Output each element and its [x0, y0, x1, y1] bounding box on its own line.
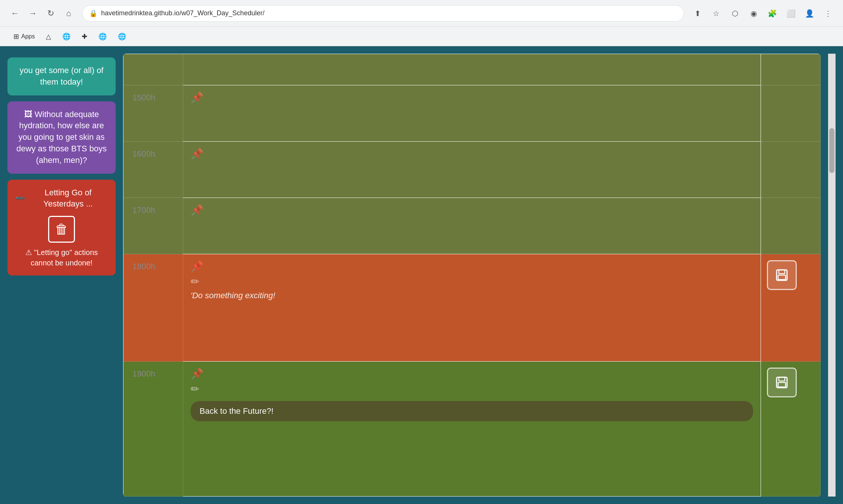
globe-bookmark-3[interactable]: 🌐 — [113, 30, 131, 43]
time-cell-1500: 1500h — [123, 85, 183, 141]
letting-go-card: ➖ Letting Go of Yesterdays ... 🗑 ⚠ "Lett… — [7, 180, 116, 276]
task-cell-1500[interactable]: 📌 — [183, 85, 761, 141]
extension-button-1[interactable]: ⬡ — [727, 6, 742, 21]
time-cell — [123, 54, 183, 85]
time-label-1700: 1700h — [132, 205, 155, 215]
time-label-1600: 1600h — [132, 149, 155, 158]
menu-button[interactable]: ⋮ — [821, 6, 836, 21]
address-bar[interactable]: 🔒 havetimedrinktea.github.io/w07_Work_Da… — [82, 5, 684, 22]
task-text-1800: 'Do something exciting! — [191, 291, 753, 300]
grid-icon: ⊞ — [13, 32, 19, 41]
task-cell-1700[interactable]: 📌 — [183, 198, 761, 254]
pin-icon-1700: 📌 — [191, 204, 753, 216]
letting-go-title-text: Letting Go of Yesterdays ... — [28, 187, 108, 210]
time-cell-1900: 1900h — [123, 362, 183, 497]
forward-button[interactable]: → — [25, 6, 40, 21]
tip-card: you get some (or all) of them today! — [7, 57, 116, 95]
action-cell-1800 — [761, 254, 821, 362]
warning-text: ⚠ "Letting go" actions cannot be undone! — [15, 247, 108, 268]
scheduler-table: 1500h 📌 1600h 📌 — [123, 54, 821, 497]
action-cell-1900 — [761, 362, 821, 497]
puzzle-button[interactable]: 🧩 — [765, 6, 780, 21]
edit-icon-1800[interactable]: ✏ — [191, 275, 753, 288]
scrollbar-track[interactable] — [828, 54, 836, 497]
globe-icon-2: 🌐 — [98, 32, 107, 41]
globe-bookmark-2[interactable]: 🌐 — [94, 30, 111, 43]
trash-icon-box[interactable]: 🗑 — [48, 216, 75, 243]
hydration-card: 🖼 Without adequate hydration, how else a… — [7, 101, 116, 174]
left-sidebar: you get some (or all) of them today! 🖼 W… — [7, 54, 116, 497]
pin-icon-1800: 📌 — [191, 260, 753, 273]
table-row: 1900h 📌 ✏ — [123, 362, 821, 497]
apps-bookmark[interactable]: ⊞ Apps — [9, 30, 39, 43]
table-row: 1600h 📌 — [123, 141, 821, 198]
time-cell-1600: 1600h — [123, 141, 183, 198]
globe-icon-1: 🌐 — [62, 32, 70, 41]
pin-icon-1500: 📌 — [191, 91, 753, 104]
pin-icon-1600: 📌 — [191, 148, 753, 160]
drive-icon: △ — [46, 32, 51, 41]
table-row — [123, 54, 821, 85]
bookmark-button[interactable]: ☆ — [709, 6, 724, 21]
share-button[interactable]: ⬆ — [690, 6, 705, 21]
task-cell — [183, 54, 761, 85]
profile-button[interactable]: 👤 — [802, 6, 817, 21]
save-button-1900[interactable] — [767, 368, 797, 397]
plus-icon: ✚ — [82, 32, 87, 41]
reload-button[interactable]: ↻ — [43, 6, 58, 21]
action-cell-1600 — [761, 141, 821, 198]
trash-container: 🗑 — [15, 216, 108, 243]
drive-bookmark[interactable]: △ — [41, 30, 56, 43]
lock-icon: 🔒 — [89, 9, 97, 18]
pin-icon-1900: 📌 — [191, 368, 753, 380]
tip-text: you get some (or all) of them today! — [20, 66, 104, 86]
table-row: 1700h 📌 — [123, 198, 821, 254]
plus-bookmark[interactable]: ✚ — [77, 30, 92, 43]
action-cell-1700 — [761, 198, 821, 254]
time-label-1900: 1900h — [132, 369, 155, 378]
minus-icon: ➖ — [15, 193, 25, 204]
browser-bar: ← → ↻ ⌂ 🔒 havetimedrinktea.github.io/w07… — [0, 0, 843, 27]
globe-icon-3: 🌐 — [118, 32, 126, 41]
extension-button-2[interactable]: ◉ — [746, 6, 761, 21]
warning-message: "Letting go" actions cannot be undone! — [31, 248, 98, 267]
time-label-1500: 1500h — [132, 93, 155, 102]
warning-icon: ⚠ — [25, 248, 32, 256]
table-row: 1500h 📌 — [123, 85, 821, 141]
nav-buttons: ← → ↻ ⌂ — [7, 6, 76, 21]
scrollbar-thumb[interactable] — [829, 128, 834, 173]
time-label-1800: 1800h — [132, 262, 155, 271]
table-row: 1800h 📌 ✏ 'Do something exciting! — [123, 254, 821, 362]
svg-rect-2 — [778, 275, 786, 280]
apps-label: Apps — [21, 33, 35, 40]
hydration-icon: 🖼 — [24, 110, 32, 119]
edit-icon-1900[interactable]: ✏ — [191, 383, 753, 395]
letting-go-title: ➖ Letting Go of Yesterdays ... — [15, 187, 108, 210]
globe-bookmark-1[interactable]: 🌐 — [58, 30, 75, 43]
trash-icon: 🗑 — [55, 220, 68, 239]
action-cell-1500 — [761, 85, 821, 141]
svg-rect-5 — [778, 382, 786, 387]
main-content: you get some (or all) of them today! 🖼 W… — [0, 46, 843, 504]
save-button-1800[interactable] — [767, 260, 797, 290]
scheduler-container: 1500h 📌 1600h 📌 — [123, 54, 821, 497]
back-button[interactable]: ← — [7, 6, 22, 21]
url-text: havetimedrinktea.github.io/w07_Work_Day_… — [101, 9, 677, 17]
browser-actions: ⬆ ☆ ⬡ ◉ 🧩 ⬜ 👤 ⋮ — [690, 6, 836, 21]
time-cell-1800: 1800h — [123, 254, 183, 362]
task-cell-1900[interactable]: 📌 ✏ — [183, 362, 761, 497]
time-cell-1700: 1700h — [123, 198, 183, 254]
window-button[interactable]: ⬜ — [783, 6, 798, 21]
action-cell — [761, 54, 821, 85]
task-input-1900[interactable] — [191, 401, 753, 421]
task-cell-1800[interactable]: 📌 ✏ 'Do something exciting! — [183, 254, 761, 362]
bookmarks-bar: ⊞ Apps △ 🌐 ✚ 🌐 🌐 — [0, 27, 843, 46]
home-button[interactable]: ⌂ — [61, 6, 76, 21]
task-cell-1600[interactable]: 📌 — [183, 141, 761, 198]
